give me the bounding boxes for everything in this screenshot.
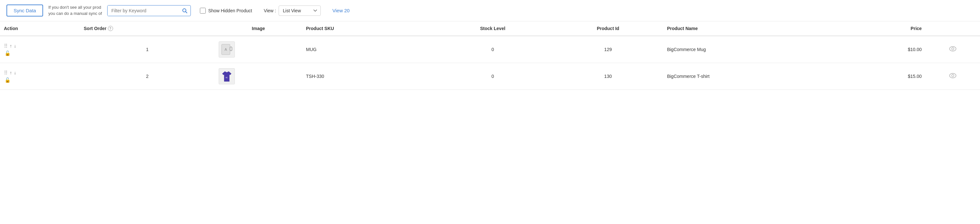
sync-data-button[interactable]: Sync Data: [6, 5, 43, 16]
action-cell: ⠿ ↑ ↓ 🔓: [0, 63, 80, 90]
svg-line-1: [186, 12, 187, 13]
lock-icon: 🔓: [5, 77, 11, 83]
drag-handle-icon[interactable]: ⠿: [4, 70, 8, 76]
col-header-action: Action: [0, 21, 80, 36]
view-select[interactable]: List View Grid View: [278, 5, 321, 16]
top-bar: Sync Data If you don't see all your prod…: [0, 0, 980, 21]
price-cell: $10.00: [846, 36, 926, 63]
search-wrapper: [107, 5, 191, 16]
move-up-button[interactable]: ↑: [10, 71, 12, 75]
sort-order-cell: 2: [80, 63, 215, 90]
sort-order-cell: 1: [80, 36, 215, 63]
col-header-product-name: Product Name: [663, 21, 846, 36]
show-hidden-checkbox[interactable]: [200, 8, 206, 14]
move-down-button[interactable]: ↓: [14, 71, 16, 75]
action-cell: ⠿ ↑ ↓ 🔓: [0, 36, 80, 63]
product-image: BC: [219, 68, 235, 84]
col-header-stock: Stock Level: [433, 21, 553, 36]
stock-level-cell: 0: [433, 36, 553, 63]
table-row: ⠿ ↑ ↓ 🔓 1 A MUG0129BigCommerce Mug$10.00: [0, 36, 980, 63]
col-header-price: Price: [846, 21, 926, 36]
product-image: A: [219, 41, 235, 58]
svg-text:BC: BC: [226, 77, 228, 79]
svg-text:A: A: [224, 47, 227, 51]
sku-cell: TSH-330: [302, 63, 433, 90]
sku-cell: MUG: [302, 36, 433, 63]
top-description: If you don't see all your prod you can d…: [48, 5, 102, 16]
svg-point-5: [950, 47, 956, 51]
drag-handle-icon[interactable]: ⠿: [4, 43, 8, 49]
price-cell: $15.00: [846, 63, 926, 90]
table-row: ⠿ ↑ ↓ 🔓 2 BC TSH-3300130BigCommerce T-sh…: [0, 63, 980, 90]
visibility-toggle-icon[interactable]: [949, 73, 956, 79]
product-name-cell: BigCommerce Mug: [663, 36, 846, 63]
view-count-link[interactable]: View 20: [332, 8, 350, 13]
col-header-image: Image: [215, 21, 302, 36]
svg-point-9: [950, 73, 956, 78]
product-table: Action Sort Order ? Image Product SKU St…: [0, 21, 980, 90]
lock-icon: 🔓: [5, 50, 11, 56]
col-header-visibility: [926, 21, 980, 36]
search-input[interactable]: [108, 5, 179, 16]
product-id-cell: 129: [553, 36, 663, 63]
table-header-row: Action Sort Order ? Image Product SKU St…: [0, 21, 980, 36]
visibility-cell: [926, 36, 980, 63]
image-cell: BC: [215, 63, 302, 90]
stock-level-cell: 0: [433, 63, 553, 90]
image-cell: A: [215, 36, 302, 63]
product-name-cell: BigCommerce T-shirt: [663, 63, 846, 90]
move-up-button[interactable]: ↑: [10, 44, 12, 48]
col-header-sort-order: Sort Order ?: [80, 21, 215, 36]
search-icon: [182, 8, 187, 13]
col-header-sku: Product SKU: [302, 21, 433, 36]
view-wrapper: View : List View Grid View: [264, 5, 321, 16]
show-hidden-wrapper: Show Hidden Product: [200, 8, 252, 14]
move-down-button[interactable]: ↓: [14, 44, 16, 48]
show-hidden-label: Show Hidden Product: [208, 8, 252, 13]
col-header-product-id: Product Id: [553, 21, 663, 36]
product-id-cell: 130: [553, 63, 663, 90]
sort-order-help-icon: ?: [108, 26, 113, 31]
svg-rect-3: [230, 47, 232, 51]
search-button[interactable]: [179, 5, 191, 16]
svg-point-10: [952, 74, 954, 77]
svg-point-6: [952, 47, 954, 50]
view-label: View :: [264, 8, 276, 13]
visibility-toggle-icon[interactable]: [949, 46, 956, 53]
visibility-cell: [926, 63, 980, 90]
